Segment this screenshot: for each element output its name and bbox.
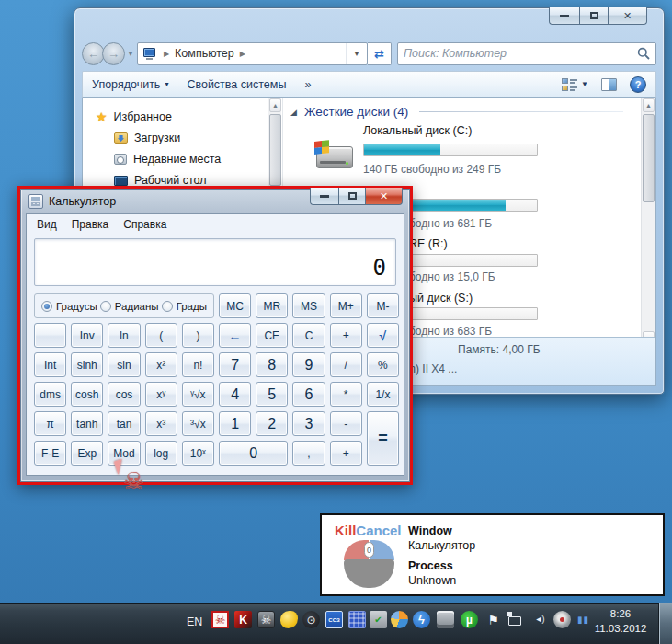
calc-key-log[interactable]: log <box>145 441 177 466</box>
calc-key-cube[interactable]: x³ <box>145 411 177 436</box>
calc-key-pow[interactable]: xʸ <box>145 382 177 407</box>
drive-c-icon[interactable] <box>314 141 355 174</box>
calc-key-2[interactable]: 2 <box>256 411 288 436</box>
sidebar-item-desktop[interactable]: Рабочий стол <box>114 174 206 187</box>
close-button[interactable]: ✕ <box>608 7 647 25</box>
usb-tray-icon[interactable]: ✔ <box>370 611 387 628</box>
cc3-tray-icon[interactable]: ССЗ <box>325 611 343 628</box>
recorder-tray-icon[interactable] <box>553 611 571 628</box>
calc-key-yroot[interactable]: ʸ√x <box>182 382 214 407</box>
calc-key-cbrt[interactable]: ³√x <box>182 411 214 436</box>
calc-key-c[interactable]: C <box>292 323 325 348</box>
drive-name[interactable]: Локальный диск (C:) <box>363 124 472 137</box>
sidebar-item-favorites[interactable]: ★ Избранное <box>96 109 172 124</box>
calc-key-tan[interactable]: tan <box>108 411 140 436</box>
calc-key-cosh[interactable]: cosh <box>71 382 103 407</box>
calc-key-sin[interactable]: sin <box>108 352 140 377</box>
maximize-button[interactable] <box>338 188 365 205</box>
calc-key-3[interactable]: 3 <box>292 411 325 436</box>
menu-view[interactable]: Вид <box>29 216 64 233</box>
calc-key-square[interactable]: x² <box>145 352 177 377</box>
group-header[interactable]: ◢ Жесткие диски (4) <box>290 105 623 119</box>
calc-key-mc[interactable]: MC <box>219 293 251 318</box>
killcancel-tray-icon[interactable]: ☠ <box>211 611 229 628</box>
calc-key-sqrt[interactable]: √ <box>367 323 399 348</box>
calc-key-mod[interactable]: Mod <box>108 441 140 466</box>
calc-key-ce[interactable]: CE <box>256 323 288 348</box>
close-button[interactable]: ✕ <box>365 188 403 205</box>
content-scrollbar[interactable]: ▲ ▼ <box>641 98 655 346</box>
grid-app-tray-icon[interactable] <box>348 611 366 628</box>
refresh-button[interactable]: ⇄ <box>368 42 392 65</box>
action-center-tray-icon[interactable]: ⚑ <box>484 611 502 628</box>
scrollbar-thumb[interactable] <box>643 114 655 202</box>
calc-key-blank[interactable] <box>34 323 66 348</box>
calc-key-cos[interactable]: cos <box>108 382 140 407</box>
calc-key-mr[interactable]: MR <box>256 293 288 318</box>
menu-help[interactable]: Справка <box>116 216 174 233</box>
scroll-up-icon[interactable]: ▲ <box>269 98 281 112</box>
show-desktop-button[interactable] <box>658 603 672 644</box>
calc-key-backspace[interactable]: ← <box>219 323 251 348</box>
calc-key-ln[interactable]: ln <box>108 323 140 348</box>
calc-key-inv[interactable]: Inv <box>71 323 103 348</box>
calc-key-factorial[interactable]: n! <box>182 352 214 377</box>
calc-key-sinh[interactable]: sinh <box>71 352 103 377</box>
lightning-tray-icon[interactable]: ϟ <box>413 611 430 628</box>
swirl-tray-icon[interactable] <box>391 611 408 628</box>
language-indicator[interactable]: EN <box>187 615 202 628</box>
calc-key-decimal[interactable]: , <box>292 441 325 466</box>
steam-tray-icon[interactable]: ⊙ <box>302 611 320 628</box>
sidebar-item-recent-places[interactable]: Недавние места <box>114 153 221 166</box>
collapse-group-icon[interactable]: ◢ <box>290 108 297 117</box>
calc-key-8[interactable]: 8 <box>256 352 288 377</box>
menu-edit[interactable]: Правка <box>64 216 117 233</box>
preview-pane-button[interactable] <box>601 78 617 91</box>
calc-key-mminus[interactable]: M- <box>367 293 399 318</box>
radio-grads[interactable]: Грады <box>162 301 207 312</box>
minimize-button[interactable] <box>549 7 579 25</box>
network-tray-icon[interactable] <box>506 611 523 628</box>
recent-pages-chevron-icon[interactable]: ▼ <box>127 50 134 58</box>
taskbar-clock[interactable]: 8:26 11.03.2012 <box>585 606 656 636</box>
toolbar-overflow-button[interactable]: » <box>295 78 320 91</box>
skull-app-tray-icon[interactable]: ☠ <box>257 611 275 628</box>
calc-key-percent[interactable]: % <box>367 352 399 377</box>
input-device-tray-icon[interactable] <box>437 611 454 628</box>
help-button[interactable]: ? <box>630 76 646 93</box>
address-dropdown-icon[interactable]: ▼ <box>346 43 367 64</box>
calc-key-6[interactable]: 6 <box>292 382 325 407</box>
radio-degrees[interactable]: Градусы <box>41 301 97 312</box>
calc-key-open-paren[interactable]: ( <box>145 323 177 348</box>
calc-key-ms[interactable]: MS <box>292 293 325 318</box>
radio-radians[interactable]: Радианы <box>100 301 159 312</box>
calc-key-int[interactable]: Int <box>34 352 66 377</box>
calc-key-equals[interactable]: = <box>367 411 399 466</box>
scrollbar-thumb[interactable] <box>269 114 281 186</box>
breadcrumb-separator-icon[interactable]: ▶ <box>240 50 245 58</box>
calc-key-9[interactable]: 9 <box>292 352 325 377</box>
address-bar[interactable]: ▶ Компьютер ▶ ▼ <box>137 42 368 65</box>
calc-key-tanh[interactable]: tanh <box>71 411 103 436</box>
breadcrumb[interactable]: Компьютер <box>175 47 234 60</box>
drive-name[interactable]: ый диск (S:) <box>409 292 473 305</box>
calc-key-reciprocal[interactable]: 1/x <box>367 382 399 407</box>
system-properties-button[interactable]: Свойства системы <box>177 78 295 91</box>
calc-key-mplus[interactable]: M+ <box>330 293 362 318</box>
calc-key-multiply[interactable]: * <box>330 382 362 407</box>
search-input[interactable]: Поиск: Компьютер <box>397 42 656 65</box>
calc-key-5[interactable]: 5 <box>256 382 288 407</box>
calc-key-exp[interactable]: Exp <box>71 441 103 466</box>
calc-key-1[interactable]: 1 <box>219 411 251 436</box>
calc-key-close-paren[interactable]: ) <box>182 323 214 348</box>
calc-key-4[interactable]: 4 <box>219 382 251 407</box>
volume-tray-icon[interactable]: ◄) <box>530 611 548 628</box>
calc-key-7[interactable]: 7 <box>219 352 251 377</box>
calc-key-pi[interactable]: π <box>34 411 66 436</box>
calc-key-0[interactable]: 0 <box>219 441 288 466</box>
calc-key-dms[interactable]: dms <box>34 382 66 407</box>
calc-key-fe[interactable]: F-E <box>34 441 66 466</box>
search-icon[interactable] <box>637 47 650 60</box>
scroll-up-icon[interactable]: ▲ <box>643 98 655 112</box>
change-view-button[interactable]: ▼ <box>562 78 588 91</box>
